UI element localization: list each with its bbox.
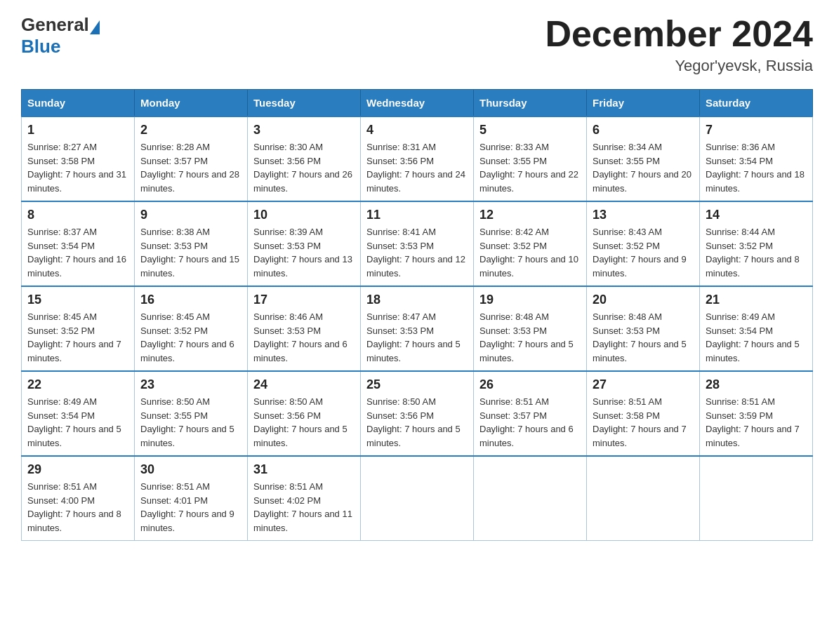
sunset-text: Sunset: 3:54 PM — [27, 241, 95, 251]
daylight-text: Daylight: 7 hours and 20 minutes. — [593, 169, 691, 194]
daylight-text: Daylight: 7 hours and 18 minutes. — [706, 169, 805, 194]
day-cell: 1Sunrise: 8:27 AMSunset: 3:58 PMDaylight… — [22, 116, 135, 201]
sunrise-text: Sunrise: 8:28 AM — [140, 142, 210, 152]
sunrise-text: Sunrise: 8:50 AM — [140, 396, 210, 407]
day-number: 17 — [253, 293, 355, 307]
day-cell: 18Sunrise: 8:47 AMSunset: 3:53 PMDayligh… — [361, 286, 474, 371]
week-row-4: 22Sunrise: 8:49 AMSunset: 3:54 PMDayligh… — [22, 371, 813, 456]
day-info: Sunrise: 8:43 AMSunset: 3:52 PMDaylight:… — [593, 225, 694, 280]
calendar-title: December 2024 — [545, 14, 813, 54]
daylight-text: Daylight: 7 hours and 5 minutes. — [27, 424, 121, 448]
logo-arrow-icon — [90, 20, 100, 34]
day-cell: 4Sunrise: 8:31 AMSunset: 3:56 PMDaylight… — [361, 116, 474, 201]
day-info: Sunrise: 8:51 AMSunset: 3:59 PMDaylight:… — [706, 395, 807, 450]
daylight-text: Daylight: 7 hours and 7 minutes. — [27, 339, 121, 363]
day-number: 1 — [27, 123, 128, 137]
day-number: 29 — [27, 462, 128, 477]
day-number: 10 — [253, 208, 355, 222]
sunrise-text: Sunrise: 8:41 AM — [366, 227, 436, 237]
sunrise-text: Sunrise: 8:50 AM — [253, 396, 323, 407]
day-cell: 16Sunrise: 8:45 AMSunset: 3:52 PMDayligh… — [135, 286, 248, 371]
sunset-text: Sunset: 3:57 PM — [140, 156, 208, 166]
daylight-text: Daylight: 7 hours and 5 minutes. — [366, 424, 461, 448]
day-info: Sunrise: 8:51 AMSunset: 4:00 PMDaylight:… — [27, 480, 128, 535]
day-number: 19 — [479, 293, 581, 307]
daylight-text: Daylight: 7 hours and 11 minutes. — [253, 509, 352, 533]
day-info: Sunrise: 8:45 AMSunset: 3:52 PMDaylight:… — [140, 310, 241, 365]
daylight-text: Daylight: 7 hours and 10 minutes. — [479, 254, 578, 279]
day-number: 12 — [479, 208, 581, 222]
day-cell: 31Sunrise: 8:51 AMSunset: 4:02 PMDayligh… — [248, 456, 361, 541]
daylight-text: Daylight: 7 hours and 6 minutes. — [140, 339, 234, 363]
day-cell: 23Sunrise: 8:50 AMSunset: 3:55 PMDayligh… — [135, 371, 248, 456]
sunrise-text: Sunrise: 8:51 AM — [27, 481, 97, 492]
daylight-text: Daylight: 7 hours and 8 minutes. — [27, 509, 121, 533]
day-cell: 26Sunrise: 8:51 AMSunset: 3:57 PMDayligh… — [474, 371, 587, 456]
day-info: Sunrise: 8:33 AMSunset: 3:55 PMDaylight:… — [479, 140, 581, 195]
header-saturday: Saturday — [700, 90, 813, 117]
day-info: Sunrise: 8:30 AMSunset: 3:56 PMDaylight:… — [253, 140, 355, 195]
day-info: Sunrise: 8:49 AMSunset: 3:54 PMDaylight:… — [27, 395, 128, 450]
day-number: 3 — [253, 123, 355, 137]
page-header: General Blue December 2024 Yegor'yevsk, … — [21, 14, 813, 75]
day-number: 15 — [27, 293, 128, 307]
day-info: Sunrise: 8:37 AMSunset: 3:54 PMDaylight:… — [27, 225, 128, 280]
day-cell: 20Sunrise: 8:48 AMSunset: 3:53 PMDayligh… — [587, 286, 700, 371]
daylight-text: Daylight: 7 hours and 28 minutes. — [140, 169, 239, 194]
day-number: 8 — [27, 208, 128, 222]
daylight-text: Daylight: 7 hours and 31 minutes. — [27, 169, 126, 194]
sunrise-text: Sunrise: 8:45 AM — [27, 311, 97, 322]
sunset-text: Sunset: 3:54 PM — [27, 410, 95, 421]
day-info: Sunrise: 8:51 AMSunset: 4:02 PMDaylight:… — [253, 480, 355, 535]
day-info: Sunrise: 8:34 AMSunset: 3:55 PMDaylight:… — [593, 140, 694, 195]
logo: General Blue — [21, 14, 100, 58]
daylight-text: Daylight: 7 hours and 26 minutes. — [253, 169, 352, 194]
daylight-text: Daylight: 7 hours and 7 minutes. — [706, 424, 800, 448]
daylight-text: Daylight: 7 hours and 5 minutes. — [593, 339, 687, 363]
sunrise-text: Sunrise: 8:51 AM — [140, 481, 210, 492]
logo-general-text: General — [21, 14, 89, 36]
day-cell: 2Sunrise: 8:28 AMSunset: 3:57 PMDaylight… — [135, 116, 248, 201]
sunrise-text: Sunrise: 8:49 AM — [27, 396, 97, 407]
sunrise-text: Sunrise: 8:42 AM — [479, 227, 549, 237]
day-cell: 3Sunrise: 8:30 AMSunset: 3:56 PMDaylight… — [248, 116, 361, 201]
title-block: December 2024 Yegor'yevsk, Russia — [545, 14, 813, 75]
day-cell: 25Sunrise: 8:50 AMSunset: 3:56 PMDayligh… — [361, 371, 474, 456]
daylight-text: Daylight: 7 hours and 5 minutes. — [706, 339, 800, 363]
day-info: Sunrise: 8:31 AMSunset: 3:56 PMDaylight:… — [366, 140, 468, 195]
header-thursday: Thursday — [474, 90, 587, 117]
sunset-text: Sunset: 3:53 PM — [593, 326, 660, 336]
day-info: Sunrise: 8:42 AMSunset: 3:52 PMDaylight:… — [479, 225, 581, 280]
week-row-3: 15Sunrise: 8:45 AMSunset: 3:52 PMDayligh… — [22, 286, 813, 371]
daylight-text: Daylight: 7 hours and 13 minutes. — [253, 254, 352, 279]
sunset-text: Sunset: 4:01 PM — [140, 495, 208, 506]
day-info: Sunrise: 8:50 AMSunset: 3:55 PMDaylight:… — [140, 395, 241, 450]
day-number: 31 — [253, 462, 355, 477]
sunset-text: Sunset: 3:52 PM — [706, 241, 773, 251]
day-number: 14 — [706, 208, 807, 222]
sunset-text: Sunset: 3:52 PM — [479, 241, 547, 251]
sunset-text: Sunset: 3:59 PM — [706, 410, 773, 421]
sunset-text: Sunset: 3:52 PM — [27, 326, 95, 336]
day-number: 7 — [706, 123, 807, 137]
day-number: 21 — [706, 293, 807, 307]
sunrise-text: Sunrise: 8:39 AM — [253, 227, 323, 237]
day-cell: 13Sunrise: 8:43 AMSunset: 3:52 PMDayligh… — [587, 201, 700, 286]
sunrise-text: Sunrise: 8:36 AM — [706, 142, 775, 152]
day-info: Sunrise: 8:45 AMSunset: 3:52 PMDaylight:… — [27, 310, 128, 365]
day-number: 25 — [366, 377, 468, 392]
day-info: Sunrise: 8:38 AMSunset: 3:53 PMDaylight:… — [140, 225, 241, 280]
sunset-text: Sunset: 4:00 PM — [27, 495, 95, 506]
sunset-text: Sunset: 3:58 PM — [593, 410, 660, 421]
day-cell: 21Sunrise: 8:49 AMSunset: 3:54 PMDayligh… — [700, 286, 813, 371]
day-cell — [474, 456, 587, 541]
sunrise-text: Sunrise: 8:43 AM — [593, 227, 662, 237]
day-cell: 28Sunrise: 8:51 AMSunset: 3:59 PMDayligh… — [700, 371, 813, 456]
sunset-text: Sunset: 3:54 PM — [706, 156, 773, 166]
calendar-subtitle: Yegor'yevsk, Russia — [545, 57, 813, 75]
day-info: Sunrise: 8:51 AMSunset: 3:57 PMDaylight:… — [479, 395, 581, 450]
day-number: 23 — [140, 377, 241, 392]
sunset-text: Sunset: 3:52 PM — [140, 326, 208, 336]
sunrise-text: Sunrise: 8:38 AM — [140, 227, 210, 237]
sunrise-text: Sunrise: 8:51 AM — [253, 481, 323, 492]
